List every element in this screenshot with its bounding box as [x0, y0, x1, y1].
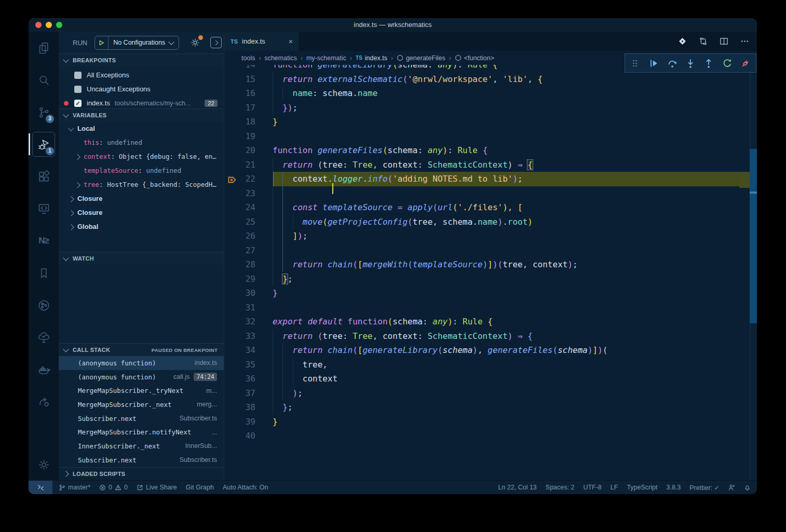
line-number[interactable]: 20: [224, 143, 273, 158]
breadcrumb-item[interactable]: generateFiles: [397, 54, 445, 62]
line-number[interactable]: 31: [224, 301, 273, 315]
call-stack-frame[interactable]: MergeMapSubscriber._nextmerg...: [59, 398, 224, 412]
code-line[interactable]: 31: [224, 301, 757, 315]
line-number[interactable]: 16: [224, 86, 273, 101]
code-editor[interactable]: 14function generateLibrary(schema: any):…: [224, 65, 757, 481]
more-actions-icon[interactable]: [740, 36, 750, 46]
call-stack-frame[interactable]: (anonymous function)call.js74:24: [59, 370, 224, 384]
variables-header[interactable]: VARIABLES: [59, 109, 224, 121]
encoding-item[interactable]: UTF-8: [583, 484, 601, 491]
variable-row[interactable]: templateSource: undefined: [59, 163, 224, 178]
code-line[interactable]: 22 context.logger.info('adding NOTES.md …: [224, 172, 757, 186]
prettier-item[interactable]: Prettier: ✓: [689, 484, 720, 492]
line-number[interactable]: 28: [224, 257, 273, 272]
call-stack-frame[interactable]: Subscriber.nextSubscriber.ts: [59, 453, 224, 467]
code-line[interactable]: 29 };: [224, 272, 757, 287]
code-line[interactable]: 33 return (tree: Tree, context: Schemati…: [224, 329, 757, 344]
line-number[interactable]: 39: [224, 415, 273, 429]
breakpoint-row[interactable]: ✓index.tstools/schematics/my-sch...22: [59, 96, 224, 108]
code-line[interactable]: 15 return externalSchematic('@nrwl/works…: [224, 72, 757, 87]
variable-row[interactable]: Closure: [59, 206, 224, 220]
call-stack-frame[interactable]: MergeMapSubscriber._tryNextm...: [59, 384, 224, 398]
code-line[interactable]: 37 );: [224, 386, 757, 401]
line-number[interactable]: 35: [224, 358, 273, 372]
activity-item-extensions[interactable]: [29, 160, 59, 193]
line-number[interactable]: 38: [224, 400, 273, 415]
breadcrumb-item[interactable]: my-schematic: [306, 54, 346, 62]
line-number[interactable]: 36: [224, 372, 273, 386]
line-number[interactable]: 23: [224, 186, 273, 201]
git-graph-compare-icon[interactable]: [698, 36, 708, 46]
activity-item-explorer[interactable]: [29, 32, 59, 64]
activity-item-run-and-debug[interactable]: 1: [29, 128, 59, 160]
variable-row[interactable]: Closure: [59, 192, 224, 206]
git-branch-item[interactable]: master*: [59, 484, 90, 491]
activity-item-git-graph[interactable]: [29, 289, 59, 321]
code-line[interactable]: 35 tree,: [224, 358, 757, 372]
debug-console-icon[interactable]: [210, 37, 222, 48]
language-mode-item[interactable]: TypeScript: [627, 484, 657, 491]
code-line[interactable]: 25 move(getProjectConfig(tree, schema.na…: [224, 215, 757, 229]
editor-scrollbar-thumb[interactable]: [750, 149, 757, 323]
breakpoints-header[interactable]: BREAKPOINTS: [59, 54, 224, 66]
step-over-icon[interactable]: [667, 58, 677, 69]
call-stack-frame[interactable]: InnerSubscriber._nextInnerSub...: [59, 439, 224, 453]
live-share-item[interactable]: Live Share: [137, 484, 177, 491]
checkbox[interactable]: [74, 72, 82, 79]
activity-item-settings[interactable]: [29, 448, 59, 481]
line-number[interactable]: 18: [224, 115, 273, 129]
breadcrumb-item[interactable]: schematics: [264, 54, 297, 62]
breakpoint-row[interactable]: Uncaught Exceptions: [59, 82, 224, 96]
code-line[interactable]: 23: [224, 186, 757, 201]
breakpoint-row[interactable]: All Exceptions: [59, 68, 224, 82]
code-line[interactable]: 32export default function(schema: any): …: [224, 315, 757, 329]
activity-item-docker[interactable]: [29, 353, 59, 386]
line-number[interactable]: 30: [224, 286, 273, 301]
line-number[interactable]: 37: [224, 386, 273, 401]
activity-item-testing[interactable]: [29, 321, 59, 353]
code-line[interactable]: 20function generateFiles(schema: any): R…: [224, 143, 757, 158]
line-number[interactable]: 17: [224, 101, 273, 115]
variable-row[interactable]: context: Object {debug: false, en…: [59, 149, 224, 163]
auto-attach-item[interactable]: Auto Attach: On: [223, 484, 268, 491]
line-number[interactable]: 29: [224, 272, 273, 287]
line-number[interactable]: 32: [224, 315, 273, 329]
continue-icon[interactable]: [648, 58, 659, 69]
eol-item[interactable]: LF: [611, 484, 618, 491]
code-line[interactable]: 28 return chain([mergeWith(templateSourc…: [224, 257, 757, 272]
variable-row[interactable]: Global: [59, 220, 224, 234]
line-number[interactable]: 21: [224, 158, 273, 172]
ts-version-item[interactable]: 3.8.3: [666, 484, 681, 491]
checkbox[interactable]: [74, 86, 82, 93]
drag-handle-icon[interactable]: [630, 58, 641, 69]
activity-item-remote-explorer[interactable]: [29, 193, 59, 225]
activity-item-live-share[interactable]: [29, 386, 59, 418]
watch-header[interactable]: WATCH: [59, 252, 224, 265]
line-number[interactable]: 14: [224, 65, 273, 72]
line-number[interactable]: 25: [224, 215, 273, 229]
line-number[interactable]: 33: [224, 329, 273, 344]
code-line[interactable]: 30}: [224, 286, 757, 301]
code-line[interactable]: 26 ]);: [224, 229, 757, 243]
variable-row[interactable]: tree: HostTree {_backend: ScopedH…: [59, 178, 224, 192]
line-number[interactable]: 15: [224, 72, 273, 87]
activity-item-source-control[interactable]: 3: [29, 96, 59, 128]
line-number[interactable]: 27: [224, 243, 273, 258]
titlebar[interactable]: index.ts — wrkschematics: [29, 18, 757, 32]
notifications-item[interactable]: [744, 484, 751, 491]
start-debugging-button[interactable]: [95, 36, 109, 49]
activity-item-bookmarks[interactable]: [29, 257, 59, 289]
open-changes-icon[interactable]: [677, 36, 687, 46]
disconnect-icon[interactable]: [740, 58, 751, 69]
problems-item[interactable]: 0 0: [99, 484, 128, 491]
call-stack-header[interactable]: CALL STACK PAUSED ON BREAKPOINT: [59, 344, 224, 356]
code-line[interactable]: 34 return chain([generateLibrary(schema)…: [224, 343, 757, 358]
code-line[interactable]: 27: [224, 243, 757, 258]
launch-configuration-dropdown[interactable]: No Configurations: [94, 36, 179, 50]
step-out-icon[interactable]: [703, 58, 714, 69]
configure-gear-icon[interactable]: [189, 37, 201, 48]
line-number[interactable]: 26: [224, 229, 273, 243]
close-tab-icon[interactable]: ×: [289, 37, 293, 46]
step-into-icon[interactable]: [685, 58, 696, 69]
code-line[interactable]: 36 context: [224, 372, 757, 386]
